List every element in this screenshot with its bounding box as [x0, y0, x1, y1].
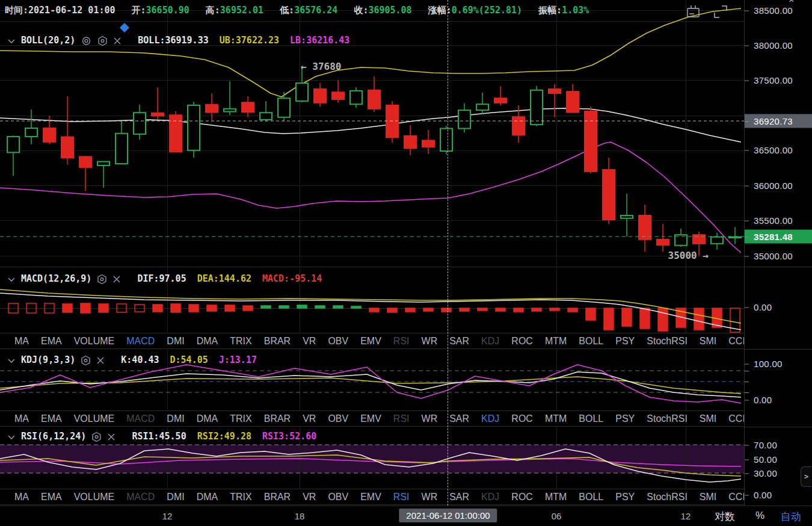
indicator-tab-VOLUME[interactable]: VOLUME: [68, 336, 121, 347]
indicator-tab-EMA[interactable]: EMA: [35, 413, 68, 424]
indicator-value: UB:37622.23: [220, 35, 279, 46]
axis-tick: [745, 121, 749, 122]
close-icon[interactable]: [113, 37, 121, 45]
indicator-tab-MTM[interactable]: MTM: [539, 413, 573, 424]
indicator-tab-EMA[interactable]: EMA: [35, 492, 68, 503]
fullscreen-icon[interactable]: [712, 4, 729, 22]
ohlc-field-4: 收:36905.08: [354, 5, 411, 16]
indicator-value: DEA:144.62: [197, 273, 251, 284]
indicator-tab-SAR[interactable]: SAR: [443, 413, 475, 424]
indicator-tab-ROC[interactable]: ROC: [505, 336, 539, 347]
indicator-tab-RSI[interactable]: RSI: [387, 336, 416, 347]
axis-tick: [745, 220, 749, 221]
indicator-tab-VOLUME[interactable]: VOLUME: [68, 492, 121, 503]
indicator-tab-SMI[interactable]: SMI: [694, 492, 722, 503]
indicator-tab-ROC[interactable]: ROC: [505, 492, 539, 503]
indicator-value: J:13.17: [219, 354, 257, 365]
indicator-tab-WR[interactable]: WR: [416, 492, 444, 503]
indicator-tab-SAR[interactable]: SAR: [443, 336, 475, 347]
indicator-tab-MACD[interactable]: MACD: [120, 492, 161, 503]
indicator-tab-DMA[interactable]: DMA: [191, 492, 224, 503]
indicator-tab-TRIX[interactable]: TRIX: [224, 492, 257, 503]
indicator-tab-StochRSI[interactable]: StochRSI: [641, 413, 694, 424]
indicator-tab-MA[interactable]: MA: [8, 336, 35, 347]
gear-icon[interactable]: [81, 355, 91, 366]
indicator-tab-DMI[interactable]: DMI: [161, 336, 190, 347]
indicator-tab-MACD[interactable]: MACD: [120, 336, 161, 347]
indicator-tab-BRAR[interactable]: BRAR: [258, 492, 297, 503]
indicator-tab-PSY[interactable]: PSY: [609, 413, 641, 424]
indicator-tab-KDJ[interactable]: KDJ: [475, 413, 505, 424]
indicator-tab-VOLUME[interactable]: VOLUME: [68, 413, 121, 424]
indicator-tab-VR[interactable]: VR: [297, 336, 322, 347]
time-axis[interactable]: 121806122021-06-12 01:00:00对数%自动: [0, 506, 812, 526]
chevron-down-icon[interactable]: [7, 277, 16, 282]
indicator-tab-KDJ[interactable]: KDJ: [475, 336, 505, 347]
gear-icon[interactable]: [91, 432, 102, 442]
indicator-tab-BOLL[interactable]: BOLL: [573, 413, 609, 424]
expand-panel-button[interactable]: >: [801, 466, 811, 487]
indicator-tab-MACD[interactable]: MACD: [120, 413, 161, 424]
indicator-tab-EMV[interactable]: EMV: [354, 413, 387, 424]
diamond-marker-icon[interactable]: [120, 23, 129, 32]
indicator-tab-BOLL[interactable]: BOLL: [573, 336, 609, 347]
indicator-tab-StochRSI[interactable]: StochRSI: [641, 336, 694, 347]
eye-icon[interactable]: [81, 36, 92, 46]
indicator-tab-DMI[interactable]: DMI: [161, 413, 190, 424]
price-axis[interactable]: ^ 38500.0038000.0037500.0036920.7336500.…: [744, 0, 812, 506]
indicator-tab-OBV[interactable]: OBV: [322, 336, 354, 347]
indicator-tab-TRIX[interactable]: TRIX: [224, 413, 257, 424]
indicator-tab-ROC[interactable]: ROC: [505, 413, 539, 424]
indicator-tab-BRAR[interactable]: BRAR: [258, 413, 297, 424]
gear-icon[interactable]: [97, 36, 108, 46]
indicator-tab-SMI[interactable]: SMI: [694, 336, 722, 347]
indicator-tab-DMA[interactable]: DMA: [191, 336, 224, 347]
indicator-tab-MTM[interactable]: MTM: [539, 492, 573, 503]
indicator-tab-RSI[interactable]: RSI: [387, 492, 416, 503]
chevron-down-icon[interactable]: [7, 435, 16, 440]
indicator-tab-PSY[interactable]: PSY: [609, 492, 641, 503]
indicator-tab-EMA[interactable]: EMA: [35, 336, 68, 347]
axis-tick: [745, 150, 749, 150]
close-icon[interactable]: [96, 356, 105, 365]
indicator-tab-OBV[interactable]: OBV: [322, 413, 354, 424]
indicator-tab-BRAR[interactable]: BRAR: [258, 336, 297, 347]
indicator-tab-SMI[interactable]: SMI: [694, 413, 722, 424]
indicator-tab-BOLL[interactable]: BOLL: [573, 492, 609, 503]
percent-scale-button[interactable]: %: [755, 510, 764, 522]
indicator-tab-DMA[interactable]: DMA: [191, 413, 224, 424]
close-icon[interactable]: [107, 433, 115, 441]
indicator-tab-EMV[interactable]: EMV: [354, 336, 387, 347]
indicator-tab-TRIX[interactable]: TRIX: [224, 336, 257, 347]
axis-label: 0.00: [745, 302, 812, 312]
gear-icon[interactable]: [97, 274, 107, 285]
indicator-tab-MA[interactable]: MA: [8, 492, 35, 503]
indicator-tab-DMI[interactable]: DMI: [161, 492, 190, 503]
indicator-tab-WR[interactable]: WR: [416, 336, 444, 347]
indicator-tab-MA[interactable]: MA: [8, 413, 35, 424]
axis-label: 36500.00: [745, 145, 812, 155]
field-value: 0.69%(252.81): [452, 5, 522, 16]
close-icon[interactable]: [112, 275, 121, 283]
indicator-tab-PSY[interactable]: PSY: [609, 336, 641, 347]
axis-label: 36000.00: [745, 181, 812, 191]
chevron-down-icon[interactable]: [7, 358, 16, 364]
indicator-tab-WR[interactable]: WR: [416, 413, 444, 424]
log-scale-button[interactable]: 对数: [715, 510, 735, 524]
indicator-tab-StochRSI[interactable]: StochRSI: [641, 492, 694, 503]
auto-scale-button[interactable]: 自动: [781, 510, 801, 524]
indicator-value: RSI3:52.60: [262, 431, 316, 442]
indicator-tab-SAR[interactable]: SAR: [443, 492, 475, 503]
indicator-template-icon[interactable]: [685, 4, 702, 22]
indicator-tab-VR[interactable]: VR: [297, 413, 322, 424]
indicator-tab-MTM[interactable]: MTM: [539, 336, 573, 347]
indicator-tab-KDJ[interactable]: KDJ: [475, 492, 505, 503]
chevron-down-icon[interactable]: [7, 39, 16, 44]
indicator-tab-RSI[interactable]: RSI: [387, 413, 416, 424]
axis-tick: [745, 400, 749, 400]
indicator-tab-EMV[interactable]: EMV: [354, 492, 387, 503]
indicator-tab-VR[interactable]: VR: [297, 492, 322, 503]
field-label: 涨幅:: [428, 5, 452, 16]
indicator-tab-OBV[interactable]: OBV: [322, 492, 354, 503]
indicator-name: KDJ(9,3,3): [21, 354, 75, 365]
